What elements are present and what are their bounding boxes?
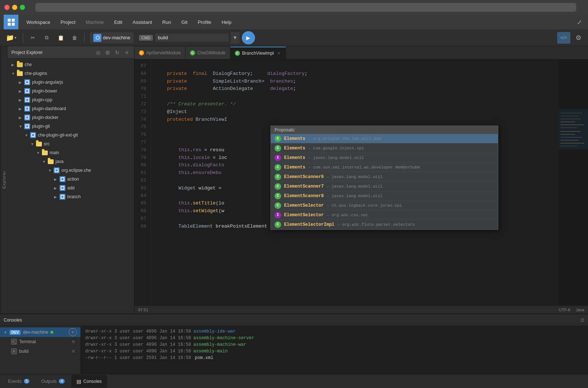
paste-button[interactable]: 📋 (55, 32, 67, 44)
tree-item-action[interactable]: ▶ action (8, 175, 134, 184)
module-icon (24, 115, 31, 120)
app-logo[interactable] (4, 15, 18, 29)
tree-item-add[interactable]: ▶ add (8, 184, 134, 192)
menu-machine[interactable]: Machine (80, 15, 109, 29)
explorer-refresh-button[interactable]: ↻ (114, 49, 121, 56)
tab-api-servlet-module[interactable]: C ApiServletModule (135, 47, 186, 59)
logo-grid (8, 19, 15, 26)
cut-button[interactable]: ✂ (27, 32, 39, 44)
code-view-button[interactable]: </> (557, 32, 570, 44)
bottom-tab-events[interactable]: Events 5 (3, 375, 35, 388)
tree-item-main[interactable]: ▼ main (8, 148, 134, 157)
file-link[interactable]: assembly-ide-war (193, 328, 236, 335)
tree-label: plugin-git (32, 124, 50, 129)
tab-icon: C (139, 50, 144, 55)
close-build-button[interactable]: ✕ (70, 348, 77, 355)
maximize-button[interactable] (20, 5, 25, 10)
delete-button[interactable]: 🗑 (69, 32, 80, 44)
bottom-tab-outputs[interactable]: Outputs 4 (36, 375, 70, 388)
tree-item-src[interactable]: ▼ src (8, 139, 134, 148)
bottom-tab-consoles[interactable]: ▤ Consoles (71, 375, 107, 388)
ac-type-icon: I (275, 155, 281, 161)
console-item-dev-machine[interactable]: ▼ DEV dev-machine + (0, 327, 80, 337)
file-link[interactable]: assembly-machine-server (193, 335, 254, 341)
autocomplete-item-9[interactable]: C ElementSelectorImpl - org.w3c.flute.pa… (271, 220, 498, 229)
menu-workspace[interactable]: Workspace (21, 15, 55, 29)
add-console-button[interactable]: + (69, 328, 77, 336)
run-command-input[interactable] (155, 33, 229, 42)
autocomplete-item-1[interactable]: C Elements - com.google.inject.spi (271, 144, 498, 153)
menu-git[interactable]: Git (176, 15, 193, 29)
console-output-line-3: drwxr-xr-x 3 user user 4096 Jan 14 16:58… (85, 348, 584, 355)
autocomplete-item-2[interactable]: I Elements - javax.lang.model.util (271, 153, 498, 163)
run-dropdown-button[interactable]: ▼ (231, 32, 240, 44)
outputs-tab-label: Outputs (41, 379, 57, 384)
logo-dot (12, 19, 15, 22)
tab-che-git-module[interactable]: C CheGitModule (186, 47, 230, 59)
console-area: Consoles ⊡ ▼ DEV dev-machine + >_ Ter (0, 313, 588, 374)
tree-item-org-eclipse-che[interactable]: ▼ org.eclipse.che (8, 166, 134, 175)
explorer-locate-button[interactable]: ◎ (94, 49, 102, 56)
tab-close-button[interactable]: ✕ (276, 51, 281, 56)
tree-item-plugin-angularjs[interactable]: ▶ plugin-angularjs (8, 78, 134, 87)
menu-assistant[interactable]: Assistant (128, 15, 157, 29)
fullscreen-button[interactable]: ⤢ (573, 16, 585, 28)
share-button[interactable]: ⚙ (573, 32, 584, 44)
console-item-terminal[interactable]: >_ Terminal ✕ (0, 337, 80, 347)
close-terminal-button[interactable]: ✕ (70, 338, 77, 345)
new-file-button[interactable]: 📁▼ (4, 32, 19, 44)
menu-run[interactable]: Run (157, 15, 176, 29)
tree-item-plugin-cpp[interactable]: ▶ plugin-cpp (8, 95, 134, 104)
autocomplete-item-3[interactable]: C Elements - com.sun.xml.internal.ws.dev… (271, 163, 498, 172)
console-item-build[interactable]: ≡ build ✕ (0, 347, 80, 356)
tree-item-branch[interactable]: ▶ branch (8, 192, 134, 201)
tree-item-che[interactable]: ▶ che (8, 60, 134, 69)
tree-label: plugin-dashboard (32, 106, 66, 111)
module-icon (59, 185, 66, 191)
tree-label: che-plugin-git-ext-git (38, 133, 78, 138)
module-icon (24, 97, 31, 103)
tree-item-plugin-docker[interactable]: ▶ plugin-docker (8, 113, 134, 122)
tree-label: main (50, 150, 59, 155)
autocomplete-item-5[interactable]: C ElementScanner7 - javax.lang.model.uti… (271, 182, 498, 191)
tree-item-plugin-bower[interactable]: ▶ plugin-bower (8, 87, 134, 95)
autocomplete-item-7[interactable]: C ElementSelector - ch.qos.logback.core.… (271, 201, 498, 210)
ac-item-package: - org.w3c.flute.parser.selectors (337, 222, 415, 227)
autocomplete-item-6[interactable]: C ElementScanner8 - javax.lang.model.uti… (271, 191, 498, 201)
console-resize-button[interactable]: ⊡ (581, 318, 584, 323)
machine-selector[interactable]: ⬡ dev-machine (90, 32, 134, 43)
ac-type-icon: C (275, 135, 281, 142)
minimize-button[interactable] (12, 5, 17, 10)
run-play-button[interactable]: ▶ (242, 31, 255, 44)
tree-label: che-plugins (25, 71, 47, 76)
tree-item-plugin-dashboard[interactable]: ▶ plugin-dashboard (8, 104, 134, 113)
tree-item-plugin-git[interactable]: ▼ plugin-git (8, 122, 134, 131)
tree-label: add (67, 185, 75, 191)
tree-item-java[interactable]: ▼ java (8, 157, 134, 166)
explorer-collapse-button[interactable]: ⊞ (104, 49, 111, 56)
encoding-label: UTF-8 (559, 308, 570, 312)
module-icon (24, 88, 31, 94)
menu-profile[interactable]: Profile (193, 15, 216, 29)
tree-item-che-plugin-git-ext-git[interactable]: ▼ che-plugin-git-ext-git (8, 131, 134, 139)
file-link[interactable]: assembly-main (193, 348, 228, 355)
ac-item-name: Elements (284, 136, 305, 141)
events-badge: 5 (24, 379, 30, 384)
menu-project[interactable]: Project (55, 15, 80, 29)
autocomplete-item-0[interactable]: C Elements - org.eclipse.che.ide.util.do… (271, 134, 498, 144)
autocomplete-item-8[interactable]: I ElementSelector - org.w3c.css.sac (271, 210, 498, 220)
autocomplete-item-4[interactable]: C ElementScanner6 - javax.lang.model.uti… (271, 172, 498, 182)
tab-branch-view-impl[interactable]: C BranchViewImpl ✕ (230, 47, 286, 59)
terminal-icon: >_ (11, 339, 17, 345)
ac-item-name: Elements (284, 155, 305, 160)
close-button[interactable] (4, 5, 10, 10)
file-permissions: drwxr-xr-x 3 user user 4096 Jan 14 16:58 (85, 328, 191, 335)
tree-item-che-plugins[interactable]: ▼ che-plugins (8, 69, 134, 78)
menu-edit[interactable]: Edit (109, 15, 127, 29)
explorer-settings-button[interactable]: ≡ (123, 49, 130, 56)
copy-button[interactable]: ⧉ (41, 32, 53, 44)
url-bar[interactable] (35, 3, 576, 12)
file-link[interactable]: assembly-machine-war (193, 341, 246, 348)
tab-icon: C (190, 50, 195, 55)
menu-help[interactable]: Help (216, 15, 237, 29)
